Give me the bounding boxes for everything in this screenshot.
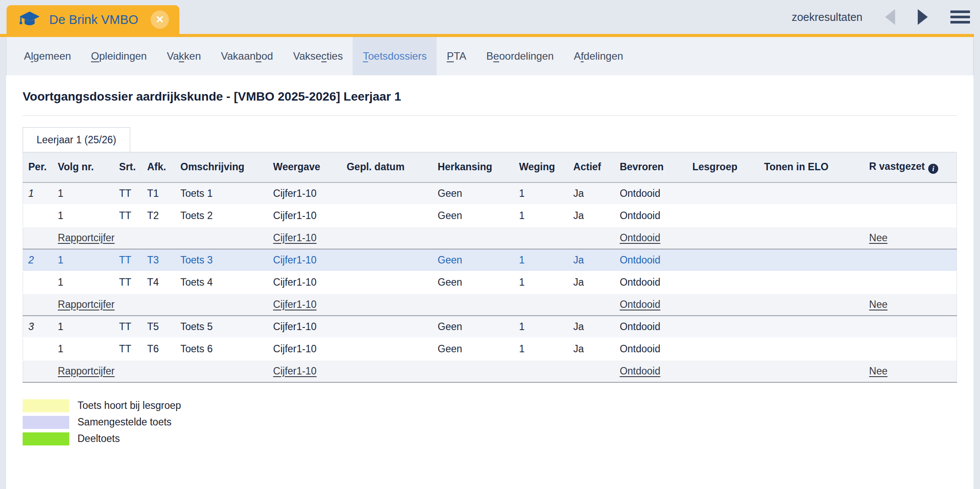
cell-gepl-datum	[341, 249, 432, 271]
column-header: Herkansing	[432, 152, 514, 182]
table-row-toets[interactable]: 1 TT T2 Toets 2 Cijfer1-10 Geen 1 Ja Ont…	[23, 205, 957, 227]
legend-item: Deeltoets	[23, 432, 957, 445]
table-row-toets[interactable]: 1 TT T6 Toets 6 Cijfer1-10 Geen 1 Ja Ont…	[23, 338, 957, 360]
cell-volgnr: 1	[53, 316, 114, 338]
rapportcijfer-link[interactable]: Rapportcijfer	[58, 299, 115, 310]
cell-weging: 1	[514, 249, 568, 271]
column-header-label: Weging	[519, 161, 555, 172]
r-vastgezet-link[interactable]: Nee	[869, 232, 887, 243]
title-divider	[23, 115, 957, 116]
rapportcijfer-link[interactable]: Rapportcijfer	[58, 365, 115, 377]
next-result-icon[interactable]	[918, 9, 928, 25]
nav-item-label: Vakaanbod	[221, 50, 273, 62]
bevroren-link[interactable]: Ontdooid	[620, 232, 660, 243]
cell-weging: 1	[514, 182, 568, 205]
topbar-controls: zoekresultaten	[791, 9, 980, 25]
cell-lesgroep	[687, 338, 759, 360]
cell-weging: 1	[514, 271, 568, 293]
cell-afk: T4	[142, 271, 175, 293]
table-row-rapportcijfer: Rapportcijfer Cijfer1-10 Ontdooid Nee	[23, 227, 957, 249]
legend-item: Toets hoort bij lesgroep	[23, 399, 957, 412]
column-header-label: Bevroren	[620, 161, 663, 172]
cell-afk: T1	[142, 182, 175, 205]
cell-lesgroep	[687, 316, 759, 338]
graduation-cap-icon	[19, 11, 40, 28]
cell-gepl-datum	[341, 271, 432, 293]
info-icon[interactable]: i	[928, 164, 938, 174]
nav-tab-toetsdossiers[interactable]: Toetsdossiers	[353, 37, 437, 75]
bevroren-link[interactable]: Ontdooid	[620, 365, 660, 377]
table-row-toets[interactable]: 3 1 TT T5 Toets 5 Cijfer1-10 Geen 1 Ja O…	[23, 316, 957, 338]
school-tab-label: De Brink VMBO	[49, 13, 138, 27]
nav-tab-pta[interactable]: PTA	[437, 37, 476, 75]
legend-swatch	[23, 432, 69, 445]
cell-srt: TT	[114, 249, 142, 271]
column-header-label: Omschrijving	[180, 161, 244, 172]
nav-tab-opleidingen[interactable]: Opleidingen	[81, 37, 157, 75]
cell-per	[23, 293, 53, 316]
hamburger-menu-icon[interactable]	[950, 10, 970, 24]
legend-swatch	[23, 416, 69, 429]
cell-herkansing: Geen	[432, 205, 514, 227]
previous-result-icon[interactable]	[885, 9, 895, 25]
bevroren-link[interactable]: Ontdooid	[620, 299, 660, 310]
column-header-label: Actief	[573, 161, 601, 172]
cell-lesgroep	[687, 249, 759, 271]
nav-item-label: Opleidingen	[91, 50, 147, 62]
table-header-row: Per. Volg nr. Srt. Afk. Omschrijving Wee…	[23, 152, 957, 182]
table-row-toets[interactable]: 1 TT T4 Toets 4 Cijfer1-10 Geen 1 Ja Ont…	[23, 271, 957, 293]
cell-per	[23, 360, 53, 382]
weergave-link[interactable]: Cijfer1-10	[273, 365, 317, 377]
r-vastgezet-link[interactable]: Nee	[869, 365, 887, 377]
weergave-link[interactable]: Cijfer1-10	[273, 299, 317, 310]
rapportcijfer-link[interactable]: Rapportcijfer	[58, 232, 115, 243]
weergave-link[interactable]: Cijfer1-10	[273, 232, 317, 243]
search-results-label: zoekresultaten	[791, 11, 862, 24]
table-row-toets[interactable]: 1 1 TT T1 Toets 1 Cijfer1-10 Geen 1 Ja O…	[23, 182, 957, 205]
cell-herkansing: Geen	[432, 182, 514, 205]
legend-label: Toets hoort bij lesgroep	[77, 400, 181, 411]
cell-srt: TT	[114, 338, 142, 360]
nav-item-label: Afdelingen	[574, 50, 623, 62]
column-header-label: Tonen in ELO	[764, 161, 828, 172]
column-header: Omschrijving	[175, 152, 268, 182]
cell-weergave: Cijfer1-10	[268, 205, 341, 227]
main-window: Algemeen Opleidingen Vakken Vakaanbod Va…	[6, 37, 973, 489]
nav-tab-vaksecties[interactable]: Vaksecties	[283, 37, 353, 75]
nav-tab-afdelingen[interactable]: Afdelingen	[564, 37, 633, 75]
cell-omschrijving: Toets 4	[175, 271, 268, 293]
column-header: Actief	[568, 152, 615, 182]
legend-swatch	[23, 399, 69, 412]
cell-tonen-in-elo	[759, 338, 864, 360]
cell-gepl-datum	[341, 182, 432, 205]
cell-bevroren: Ontdooid	[614, 338, 687, 360]
cell-omschrijving: Toets 6	[175, 338, 268, 360]
column-header: Per.	[23, 152, 53, 182]
year-tab[interactable]: Leerjaar 1 (25/26)	[23, 127, 130, 152]
nav-tab-vakken[interactable]: Vakken	[157, 37, 211, 75]
table-row-toets[interactable]: 2 1 TT T3 Toets 3 Cijfer1-10 Geen 1 Ja O…	[23, 249, 957, 271]
cell-volgnr: 1	[53, 182, 114, 205]
nav-tab-algemeen[interactable]: Algemeen	[14, 37, 81, 75]
column-header-label: Srt.	[119, 161, 136, 172]
legend: Toets hoort bij lesgroep Samengestelde t…	[23, 399, 957, 445]
nav-tab-vakaanbod[interactable]: Vakaanbod	[211, 37, 283, 75]
dossier-table-body: 1 1 TT T1 Toets 1 Cijfer1-10 Geen 1 Ja O…	[23, 182, 957, 382]
cell-volgnr: 1	[53, 205, 114, 227]
nav-tab-beoordelingen[interactable]: Beoordelingen	[476, 37, 564, 75]
cell-per	[23, 271, 53, 293]
cell-volgnr: 1	[53, 249, 114, 271]
cell-weging: 1	[514, 205, 568, 227]
cell-r-vastgezet	[864, 316, 956, 338]
r-vastgezet-link[interactable]: Nee	[869, 299, 887, 310]
column-header: R vastgezeti	[864, 152, 956, 182]
cell-herkansing: Geen	[432, 316, 514, 338]
cell-r-vastgezet	[864, 205, 956, 227]
close-icon[interactable]: ✕	[151, 10, 169, 29]
column-header-label: Herkansing	[438, 161, 492, 172]
school-tab[interactable]: De Brink VMBO ✕	[7, 5, 179, 34]
cell-omschrijving: Toets 5	[175, 316, 268, 338]
cell-per	[23, 227, 53, 249]
cell-volgnr: 1	[53, 338, 114, 360]
dossier-table: Per. Volg nr. Srt. Afk. Omschrijving Wee…	[23, 152, 957, 383]
